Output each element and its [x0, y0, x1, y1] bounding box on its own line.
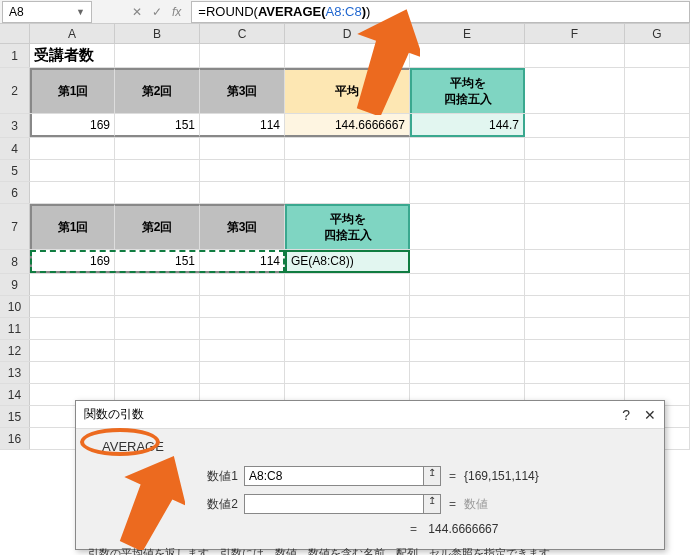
cell[interactable] — [30, 274, 115, 295]
cell-a7[interactable]: 第1回 — [30, 204, 115, 249]
cell[interactable] — [115, 340, 200, 361]
cell[interactable] — [625, 182, 690, 203]
cell[interactable] — [115, 274, 200, 295]
cell[interactable] — [285, 274, 410, 295]
cell-e8[interactable] — [410, 250, 525, 273]
cell[interactable] — [115, 296, 200, 317]
cell[interactable] — [285, 340, 410, 361]
cell-e7[interactable] — [410, 204, 525, 249]
cell-b7[interactable]: 第2回 — [115, 204, 200, 249]
cell[interactable] — [625, 138, 690, 159]
cell[interactable] — [200, 138, 285, 159]
cell[interactable] — [285, 296, 410, 317]
cell[interactable] — [285, 318, 410, 339]
cell-f1[interactable] — [525, 44, 625, 67]
cell-a3[interactable]: 169 — [30, 114, 115, 137]
row-header-10[interactable]: 10 — [0, 296, 30, 317]
cell[interactable] — [525, 274, 625, 295]
cell-b8[interactable]: 151 — [115, 250, 200, 273]
cell[interactable] — [525, 296, 625, 317]
row-header-14[interactable]: 14 — [0, 384, 30, 405]
function-arguments-dialog[interactable]: 関数の引数 ? ✕ AVERAGE 数値1 ↥ = {169,151,114} … — [75, 400, 665, 550]
dialog-titlebar[interactable]: 関数の引数 ? ✕ — [76, 401, 664, 429]
cell-c8[interactable]: 114 — [200, 250, 285, 273]
cell[interactable] — [285, 138, 410, 159]
cell[interactable] — [30, 296, 115, 317]
cell-g3[interactable] — [625, 114, 690, 137]
cell-f2[interactable] — [525, 68, 625, 113]
cell[interactable] — [525, 160, 625, 181]
cell[interactable] — [525, 182, 625, 203]
cell[interactable] — [625, 296, 690, 317]
cell-a8[interactable]: 169 — [30, 250, 115, 273]
cell[interactable] — [410, 274, 525, 295]
cell-e2[interactable]: 平均を 四捨五入 — [410, 68, 525, 113]
cell[interactable] — [410, 318, 525, 339]
cell[interactable] — [525, 138, 625, 159]
range-select-button[interactable]: ↥ — [423, 466, 441, 486]
cell-f8[interactable] — [525, 250, 625, 273]
cell[interactable] — [200, 274, 285, 295]
cell[interactable] — [410, 362, 525, 383]
cell-b2[interactable]: 第2回 — [115, 68, 200, 113]
col-header-f[interactable]: F — [525, 24, 625, 43]
row-header-1[interactable]: 1 — [0, 44, 30, 67]
cell[interactable] — [525, 362, 625, 383]
row-header-8[interactable]: 8 — [0, 250, 30, 273]
cell[interactable] — [410, 138, 525, 159]
cell[interactable] — [200, 160, 285, 181]
cell[interactable] — [200, 182, 285, 203]
cell[interactable] — [200, 296, 285, 317]
chevron-down-icon[interactable]: ▼ — [76, 7, 85, 17]
row-header-4[interactable]: 4 — [0, 138, 30, 159]
cell[interactable] — [30, 182, 115, 203]
cell-g8[interactable] — [625, 250, 690, 273]
col-header-d[interactable]: D — [285, 24, 410, 43]
cell[interactable] — [525, 318, 625, 339]
help-icon[interactable]: ? — [622, 407, 630, 423]
fx-icon[interactable]: fx — [172, 5, 181, 19]
cell-c1[interactable] — [200, 44, 285, 67]
cell-d1[interactable] — [285, 44, 410, 67]
cell[interactable] — [30, 160, 115, 181]
select-all-corner[interactable] — [0, 24, 30, 43]
cell[interactable] — [625, 340, 690, 361]
cell[interactable] — [625, 274, 690, 295]
cell[interactable] — [30, 340, 115, 361]
cell-c3[interactable]: 114 — [200, 114, 285, 137]
cell[interactable] — [200, 362, 285, 383]
row-header-6[interactable]: 6 — [0, 182, 30, 203]
range-select-button[interactable]: ↥ — [423, 494, 441, 514]
cell-g1[interactable] — [625, 44, 690, 67]
cell[interactable] — [625, 160, 690, 181]
arg2-input[interactable] — [244, 494, 424, 514]
cell[interactable] — [115, 160, 200, 181]
cell[interactable] — [115, 138, 200, 159]
cell[interactable] — [410, 182, 525, 203]
cell[interactable] — [200, 340, 285, 361]
cell-c7[interactable]: 第3回 — [200, 204, 285, 249]
cell[interactable] — [30, 362, 115, 383]
cell[interactable] — [625, 318, 690, 339]
col-header-b[interactable]: B — [115, 24, 200, 43]
cell[interactable] — [115, 362, 200, 383]
cell[interactable] — [115, 318, 200, 339]
cell-d3[interactable]: 144.6666667 — [285, 114, 410, 137]
row-header-15[interactable]: 15 — [0, 406, 30, 427]
cell-e1[interactable] — [410, 44, 525, 67]
row-header-13[interactable]: 13 — [0, 362, 30, 383]
cell-e3[interactable]: 144.7 — [410, 114, 525, 137]
formula-input[interactable]: =ROUND(AVERAGE(A8:C8)) — [191, 1, 690, 23]
cell-b1[interactable] — [115, 44, 200, 67]
cell[interactable] — [30, 138, 115, 159]
cell[interactable] — [285, 182, 410, 203]
cell[interactable] — [410, 340, 525, 361]
cell[interactable] — [625, 362, 690, 383]
cancel-icon[interactable]: ✕ — [132, 5, 142, 19]
cell-g2[interactable] — [625, 68, 690, 113]
row-header-12[interactable]: 12 — [0, 340, 30, 361]
row-header-3[interactable]: 3 — [0, 114, 30, 137]
cell[interactable] — [285, 362, 410, 383]
accept-icon[interactable]: ✓ — [152, 5, 162, 19]
cell[interactable] — [285, 160, 410, 181]
